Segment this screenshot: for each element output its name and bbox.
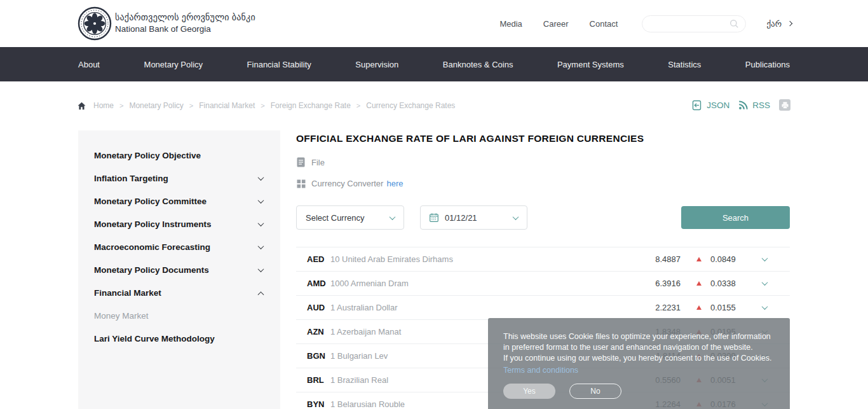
print-button[interactable] — [779, 99, 790, 111]
currency-code: BYN — [296, 399, 330, 409]
breadcrumb-item: Monetary Policy > — [129, 101, 199, 110]
chevron-right-icon — [787, 21, 792, 26]
search-icon[interactable] — [729, 19, 739, 29]
header-link-career[interactable]: Career — [543, 19, 569, 29]
change-value: 0.0849 — [710, 254, 743, 264]
converter-here-link[interactable]: here — [386, 179, 403, 188]
nbg-logo-seal-icon — [78, 6, 112, 41]
sidebar-item[interactable]: Lari Yield Curve Methodology — [78, 327, 280, 350]
sidebar-item[interactable]: Financial Market — [78, 281, 280, 304]
header-link-contact[interactable]: Contact — [590, 19, 618, 29]
currency-code: AMD — [296, 279, 330, 288]
sidebar-item[interactable]: Inflation Targeting — [78, 167, 280, 190]
org-names: საქართველოს ეროვნული ბანკი National Bank… — [115, 12, 255, 34]
breadcrumb-list: Home > Monetary Policy > Financial Marke… — [93, 101, 455, 110]
nav-item[interactable]: Payment Systems — [557, 60, 624, 69]
nav-item[interactable]: Supervision — [355, 60, 398, 69]
language-selector[interactable]: ქარ — [766, 19, 792, 29]
main-nav-list: About Monetary Policy Financial Stabilit… — [78, 47, 790, 81]
sidebar-item[interactable]: Monetary Policy Documents — [78, 258, 280, 281]
cookie-yes-button[interactable]: Yes — [503, 384, 555, 399]
currency-code: AED — [296, 254, 330, 264]
expand-row-button[interactable] — [763, 281, 767, 286]
file-row: File — [296, 157, 325, 167]
rate-value: 8.4887 — [636, 254, 681, 264]
terms-and-conditions-link[interactable]: Terms and conditions — [503, 366, 578, 375]
printer-icon — [782, 102, 789, 109]
breadcrumb-item: Home > — [93, 101, 129, 110]
sidebar-item-label: Financial Market — [94, 288, 161, 298]
file-link[interactable]: File — [311, 158, 325, 167]
currency-name: 1 Australian Dollar — [330, 303, 636, 312]
org-name-georgian: საქართველოს ეროვნული ბანკი — [115, 12, 255, 22]
sidebar-item[interactable]: Monetary Policy Objective — [78, 144, 280, 167]
header-link-media[interactable]: Media — [499, 19, 522, 29]
sidebar-item[interactable]: Monetary Policy Committee — [78, 190, 280, 212]
date-value: 01/12/21 — [445, 213, 477, 223]
breadcrumb-separator: > — [189, 102, 193, 109]
filter-controls: Select Currency 01/12/21 Search — [296, 205, 790, 230]
currency-code: BRL — [296, 375, 330, 385]
breadcrumb-link[interactable]: Financial Market — [199, 101, 255, 110]
currency-name: 10 United Arab Emirates Dirhams — [330, 254, 636, 264]
up-triangle-icon — [696, 257, 702, 261]
rate-value: 6.3916 — [636, 279, 681, 288]
sidebar-item-label: Monetary Policy Objective — [94, 151, 201, 160]
breadcrumb-item: Foreign Exchange Rate > — [271, 101, 367, 110]
nav-item[interactable]: Publications — [745, 60, 790, 69]
currency-select[interactable]: Select Currency — [296, 205, 404, 230]
breadcrumb-link[interactable]: Monetary Policy — [129, 101, 183, 110]
cookie-buttons: Yes No — [503, 384, 775, 399]
document-icon — [296, 157, 306, 167]
json-feed-link[interactable]: JSON — [692, 100, 729, 111]
chevron-down-icon — [390, 214, 396, 220]
nav-item[interactable]: Monetary Policy — [144, 60, 203, 69]
sidebar-item[interactable]: Money Market — [78, 304, 280, 327]
breadcrumb-separator: > — [261, 102, 264, 109]
search-button[interactable]: Search — [681, 206, 790, 229]
chevron-down-icon — [762, 255, 768, 261]
breadcrumb: Home > Monetary Policy > Financial Marke… — [78, 101, 455, 110]
json-file-icon — [692, 100, 702, 111]
main-nav: About Monetary Policy Financial Stabilit… — [0, 47, 868, 81]
sidebar-item-label: Monetary Policy Documents — [94, 265, 209, 275]
breadcrumb-separator: > — [119, 102, 123, 109]
nav-item[interactable]: Banknotes & Coins — [443, 60, 513, 69]
expand-row-button[interactable] — [763, 257, 767, 261]
converter-label: Currency Converter — [311, 179, 383, 188]
rss-icon — [738, 101, 748, 110]
date-picker[interactable]: 01/12/21 — [420, 205, 527, 230]
header-search — [642, 15, 746, 32]
home-icon[interactable] — [78, 102, 86, 110]
org-name-english: National Bank of Georgia — [115, 24, 255, 34]
expand-row-button[interactable] — [763, 305, 767, 310]
breadcrumb-link[interactable]: Foreign Exchange Rate — [271, 101, 351, 110]
nav-item[interactable]: Statistics — [668, 60, 701, 69]
header-search-input[interactable] — [650, 16, 726, 32]
breadcrumb-item: Currency Exchange Rates > — [366, 101, 455, 110]
header: საქართველოს ეროვნული ბანკი National Bank… — [0, 0, 868, 47]
cookie-no-button[interactable]: No — [569, 384, 621, 399]
rate-value: 2.2231 — [636, 303, 681, 312]
feed-links: JSON RSS — [683, 99, 790, 111]
sidebar-item-label: Money Market — [94, 311, 149, 321]
currency-select-value: Select Currency — [306, 213, 364, 223]
rss-feed-link[interactable]: RSS — [738, 101, 770, 110]
language-label: ქარ — [766, 19, 782, 29]
breadcrumb-link[interactable]: Currency Exchange Rates — [366, 101, 455, 110]
up-triangle-icon — [696, 281, 702, 286]
json-feed-label: JSON — [707, 101, 729, 110]
cookie-text-2: If you continue using our website, you h… — [503, 353, 775, 364]
chevron-icon — [258, 243, 264, 249]
chevron-icon — [258, 291, 264, 298]
header-right: Media Career Contact ქარ — [478, 0, 792, 47]
sidebar-item[interactable]: Macroeconomic Forecasting — [78, 235, 280, 258]
nav-item[interactable]: Financial Stability — [247, 60, 311, 69]
converter-grid-icon — [296, 179, 306, 188]
rss-feed-label: RSS — [752, 101, 770, 110]
sidebar-item[interactable]: Monetary Policy Instruments — [78, 212, 280, 235]
breadcrumb-link[interactable]: Home — [93, 101, 114, 110]
chevron-down-icon — [762, 279, 768, 286]
currency-code: AZN — [296, 327, 330, 336]
nav-item[interactable]: About — [78, 60, 100, 69]
